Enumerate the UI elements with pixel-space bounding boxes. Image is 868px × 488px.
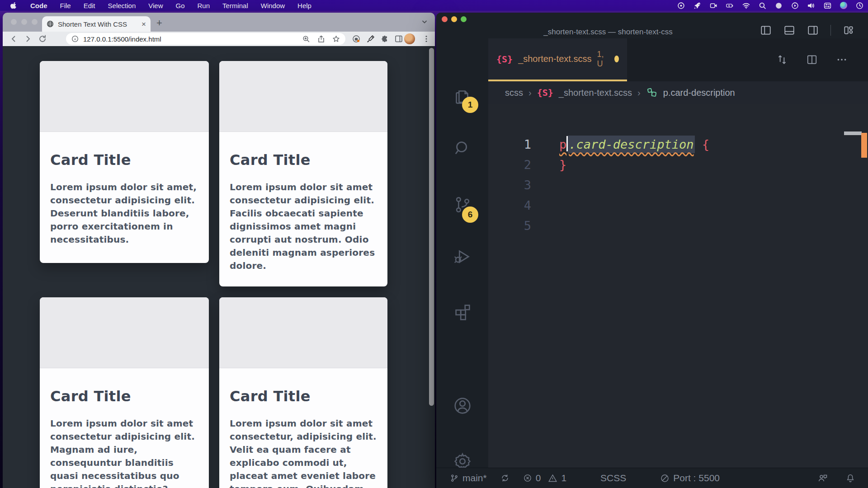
menu-app-name[interactable]: Code (30, 2, 47, 9)
line-number: 1 (488, 134, 531, 155)
tab-title: Shorten Text With CSS (58, 20, 137, 28)
live-server-item[interactable]: Port : 5500 (660, 473, 720, 483)
breadcrumb-file[interactable]: _shorten-text.scss (559, 88, 632, 98)
breadcrumb-folder[interactable]: scss (505, 88, 523, 98)
zoom-window-button[interactable] (461, 16, 467, 22)
browser-viewport: Card Title Lorem ipsum dolor sit amet, c… (3, 46, 435, 488)
menu-terminal[interactable]: Terminal (222, 2, 248, 9)
problems-item[interactable]: 0 1 (523, 473, 566, 483)
apple-logo-icon[interactable] (10, 2, 18, 9)
browser-scrollbar[interactable] (429, 48, 434, 406)
source-control-badge: 6 (462, 206, 478, 223)
toggle-secondary-sidebar-icon[interactable] (807, 24, 819, 36)
info-icon[interactable] (71, 35, 79, 42)
menu-file[interactable]: File (60, 2, 71, 9)
record-target-icon[interactable] (677, 2, 685, 9)
code-line-1[interactable]: p.card-description { (559, 134, 709, 155)
menu-run[interactable]: Run (198, 2, 210, 9)
menu-edit[interactable]: Edit (84, 2, 95, 9)
card: Card Title Lorem ipsum dolor sit amet co… (219, 61, 387, 286)
tab-search-chevron-icon[interactable] (421, 19, 428, 25)
browser-window: Shorten Text With CSS × + 127.0.0.1:5500… (3, 13, 435, 488)
zoom-icon[interactable] (302, 35, 310, 43)
menu-go[interactable]: Go (176, 2, 185, 9)
macos-menubar: Code File Edit Selection View Go Run Ter… (0, 0, 868, 11)
vscode-titlebar: _shorten-text.scss — shorten-text-css (436, 13, 868, 38)
live-server-port-label: Port : 5500 (673, 473, 720, 483)
minimize-window-button[interactable] (451, 16, 457, 22)
share-icon[interactable] (317, 35, 325, 43)
card-title: Card Title (50, 151, 198, 169)
browser-window-controls[interactable] (11, 19, 38, 25)
code-line-2[interactable]: } (559, 155, 566, 175)
tab-close-icon[interactable]: × (142, 20, 146, 28)
reload-icon[interactable] (38, 34, 47, 43)
minimize-window-button[interactable] (21, 19, 27, 25)
split-editor-icon[interactable] (806, 54, 818, 66)
wifi-icon[interactable] (742, 2, 750, 9)
line-number: 3 (488, 175, 531, 195)
card-description: Lorem ipsum dolor sit amet consectetur a… (230, 181, 377, 272)
sync-item[interactable] (500, 474, 509, 483)
play-circle-icon[interactable] (791, 2, 799, 9)
feedback-icon[interactable] (817, 473, 828, 483)
search-icon[interactable] (452, 138, 473, 159)
explorer-badge: 1 (462, 97, 478, 113)
clock-icon[interactable] (856, 2, 863, 9)
volume-icon[interactable] (807, 2, 815, 9)
browser-tab[interactable]: Shorten Text With CSS × (42, 16, 151, 32)
more-actions-icon[interactable] (836, 54, 848, 66)
toggle-sidebar-icon[interactable] (760, 24, 772, 36)
symbol-class-icon (646, 87, 658, 99)
bookmark-star-icon[interactable] (332, 35, 340, 43)
panel-icon[interactable] (394, 34, 403, 43)
close-window-button[interactable] (11, 19, 17, 25)
tab-filename: _shorten-text.scss (518, 54, 591, 64)
extensions-icon[interactable] (452, 301, 473, 322)
url-text[interactable]: 127.0.0.1:5500/index.html (83, 35, 298, 43)
editor-scrollbar[interactable] (844, 131, 862, 135)
profile-avatar[interactable] (404, 33, 415, 44)
menu-view[interactable]: View (148, 2, 163, 9)
control-center-icon[interactable] (824, 2, 831, 9)
language-mode-item[interactable]: SCSS (600, 473, 626, 483)
badge-icon[interactable] (352, 34, 361, 43)
run-debug-icon[interactable] (452, 246, 473, 267)
overview-ruler-warning-mark (861, 133, 867, 158)
battery-icon[interactable] (726, 2, 734, 9)
menu-help[interactable]: Help (297, 2, 311, 9)
account-icon[interactable] (452, 395, 473, 416)
warnings-count: 1 (561, 473, 566, 483)
video-camera-icon[interactable] (710, 2, 717, 9)
card-title: Card Title (230, 388, 377, 405)
zoom-window-button[interactable] (32, 19, 38, 25)
menu-dots-icon[interactable] (422, 34, 430, 43)
sync-changes-icon[interactable] (776, 54, 788, 66)
back-icon[interactable] (9, 34, 18, 43)
status-dot-icon[interactable] (775, 2, 783, 9)
toggle-panel-icon[interactable] (783, 24, 795, 36)
close-window-button[interactable] (442, 16, 448, 22)
url-bar[interactable]: 127.0.0.1:5500/index.html (66, 33, 345, 45)
customize-layout-icon[interactable] (843, 24, 854, 36)
menu-selection[interactable]: Selection (108, 2, 136, 9)
editor-tab[interactable]: {S} _shorten-text.scss 1, U (488, 38, 627, 81)
notifications-bell-icon[interactable] (845, 473, 855, 483)
card-description: Lorem ipsum dolor sit amet, consectetur … (50, 181, 198, 246)
menu-window[interactable]: Window (261, 2, 285, 9)
circle-slash-icon (660, 474, 670, 483)
git-branch-item[interactable]: main* (450, 473, 487, 483)
search-icon[interactable] (759, 2, 766, 9)
code-editor[interactable]: 1 2 3 4 5 p.card-description { } (488, 104, 868, 468)
breadcrumb-symbol[interactable]: p.card-description (663, 88, 735, 98)
errors-icon (523, 474, 532, 483)
extensions-puzzle-icon[interactable] (380, 34, 389, 43)
vscode-window-controls[interactable] (442, 16, 467, 22)
siri-icon[interactable] (840, 2, 847, 9)
rocket-icon[interactable] (693, 2, 701, 9)
unsaved-dot-icon[interactable] (614, 56, 619, 62)
eyedropper-icon[interactable] (366, 34, 375, 43)
forward-icon[interactable] (24, 34, 33, 43)
new-tab-button[interactable]: + (156, 18, 162, 28)
card-image-placeholder (219, 297, 387, 368)
